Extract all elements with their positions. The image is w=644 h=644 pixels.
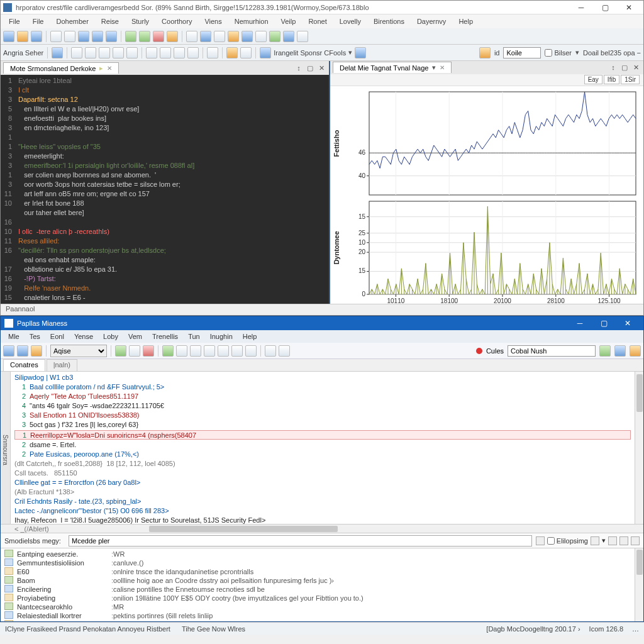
c-opt3-icon[interactable] bbox=[231, 345, 243, 357]
code-tab[interactable]: Mote Srmonslaned Derkoke ▸ ✕ bbox=[3, 62, 119, 74]
props-vscroll[interactable] bbox=[635, 548, 643, 621]
menu-file[interactable]: File bbox=[27, 16, 50, 26]
c-folder-icon[interactable] bbox=[31, 345, 42, 357]
imm-icon-c[interactable] bbox=[608, 536, 617, 545]
zoom-icon[interactable] bbox=[200, 31, 211, 42]
plot-area[interactable]: 40152025460151010110181002010028100125.1… bbox=[330, 86, 643, 304]
help-icon[interactable] bbox=[297, 31, 308, 42]
prop-row[interactable]: Baom: oollline hoig aoe an Coodre dsstry… bbox=[4, 576, 631, 585]
opt-e-icon[interactable] bbox=[113, 47, 124, 58]
menu-nemurhion[interactable]: Nemurhion bbox=[229, 16, 274, 26]
menu-coorthory[interactable]: Coorthory bbox=[156, 16, 197, 26]
menu-help[interactable]: Help bbox=[453, 16, 479, 26]
cmenu-yense[interactable]: Yense bbox=[69, 331, 98, 341]
c-opt2-icon[interactable] bbox=[218, 345, 229, 357]
paste-icon[interactable] bbox=[106, 31, 117, 42]
favorite-icon[interactable] bbox=[479, 47, 491, 58]
c-pause-icon[interactable] bbox=[129, 345, 140, 357]
save-icon[interactable] bbox=[31, 31, 42, 42]
menu-veilp[interactable]: Veilp bbox=[275, 16, 302, 26]
menu-reise[interactable]: Reise bbox=[96, 16, 125, 26]
cmenu-trenellis[interactable]: Trenellis bbox=[147, 331, 183, 341]
imm-icon-a[interactable] bbox=[536, 536, 545, 545]
plot-close-tab-icon[interactable]: ✕ bbox=[440, 64, 445, 71]
cmenu-loby[interactable]: Loby bbox=[98, 331, 123, 341]
menu-birentions[interactable]: Birentions bbox=[368, 16, 410, 26]
imm-icon-e[interactable] bbox=[631, 536, 640, 545]
opt-h-icon[interactable] bbox=[160, 47, 171, 58]
c-up-icon[interactable] bbox=[176, 345, 187, 357]
plot-menu-icon[interactable]: ↕ bbox=[608, 62, 618, 72]
prop-row[interactable]: Eantping eaeserzie.: WR bbox=[4, 550, 631, 558]
c-help-icon[interactable] bbox=[630, 345, 641, 357]
tool-box-icon[interactable] bbox=[260, 47, 271, 58]
cmenu-inughin[interactable]: Inughin bbox=[205, 331, 238, 341]
console-hscroll[interactable]: < _(/Ablert) bbox=[1, 524, 643, 533]
plot-btn-1sir[interactable]: 1Sir bbox=[621, 75, 640, 84]
stop-icon[interactable] bbox=[153, 31, 164, 42]
undo-icon[interactable] bbox=[50, 31, 62, 42]
find-icon[interactable] bbox=[186, 31, 197, 42]
plot-max-icon[interactable]: ▢ bbox=[619, 62, 630, 72]
cmenu-eonl[interactable]: Eonl bbox=[45, 331, 69, 341]
prop-row[interactable]: Nantcecsearokhlo: MR bbox=[4, 602, 631, 611]
c-save-icon[interactable] bbox=[17, 345, 28, 357]
copy-icon[interactable] bbox=[92, 31, 103, 42]
immediate-input[interactable] bbox=[69, 535, 532, 547]
opt-k-icon[interactable] bbox=[207, 47, 218, 58]
opt-d-icon[interactable] bbox=[99, 47, 110, 58]
opt-l-icon[interactable] bbox=[226, 47, 238, 58]
panel-menu-icon[interactable]: ↕ bbox=[294, 63, 304, 73]
plot-tab[interactable]: Delat Mie Tagnat Tvnal Nage ▾ ✕ bbox=[333, 62, 452, 73]
prop-row[interactable]: E60: onlnire tnsce the idanqudaninetise … bbox=[4, 567, 631, 576]
close-button[interactable]: ✕ bbox=[617, 1, 641, 14]
menu-dohember[interactable]: Dohember bbox=[50, 16, 94, 26]
window-icon[interactable] bbox=[283, 31, 294, 42]
tab-naln[interactable]: |naln) bbox=[47, 359, 77, 371]
opt-j-icon[interactable] bbox=[187, 47, 199, 58]
c-apply-icon[interactable] bbox=[599, 345, 611, 357]
new-icon[interactable] bbox=[3, 31, 14, 42]
opt-i-icon[interactable] bbox=[174, 47, 185, 58]
minimize-button[interactable]: ─ bbox=[569, 1, 593, 14]
table-icon[interactable] bbox=[255, 31, 267, 42]
plot-btn-ifib[interactable]: Ifib bbox=[604, 75, 619, 84]
prop-row[interactable]: Proyiabeting: onilion 19llätine 100Y E$5… bbox=[4, 594, 631, 602]
opt-f-icon[interactable] bbox=[126, 47, 138, 58]
menu-lovelly[interactable]: Lovelly bbox=[334, 16, 367, 26]
cmenu-help[interactable]: Help bbox=[238, 331, 262, 341]
id-input[interactable] bbox=[503, 47, 541, 58]
c-chart-icon[interactable] bbox=[162, 345, 174, 357]
c-gear-icon[interactable] bbox=[614, 345, 626, 357]
prop-row[interactable]: Andiallosiae corelation: s'csuhne domeng… bbox=[4, 620, 631, 621]
plot-btn-eay[interactable]: Eay bbox=[584, 75, 602, 84]
plot-panel-close-icon[interactable]: ✕ bbox=[631, 62, 641, 72]
opt-m-icon[interactable] bbox=[240, 47, 252, 58]
console-vscroll[interactable] bbox=[635, 372, 643, 524]
close-tab-icon[interactable]: ✕ bbox=[107, 65, 112, 72]
console-output[interactable]: Silipwdog | W1 cb31Baal colllile poratom… bbox=[11, 372, 635, 524]
panel-max-icon[interactable]: ▢ bbox=[305, 63, 315, 73]
bilser-check[interactable]: Bilser bbox=[545, 49, 572, 57]
prop-row[interactable]: Relaiestediall lkortrer: pektins portinr… bbox=[4, 611, 631, 620]
maximize-button[interactable]: ▢ bbox=[593, 1, 617, 14]
redo-icon[interactable] bbox=[64, 31, 75, 42]
cmenu-vem[interactable]: Vem bbox=[123, 331, 147, 341]
cmenu-tes[interactable]: Tes bbox=[25, 331, 45, 341]
opt-a-icon[interactable] bbox=[52, 47, 63, 58]
panel-close-icon[interactable]: ✕ bbox=[316, 63, 326, 73]
c-stop-icon[interactable] bbox=[143, 345, 154, 357]
c-back-icon[interactable] bbox=[265, 345, 276, 357]
bookmark-icon[interactable] bbox=[228, 31, 239, 42]
step-icon[interactable] bbox=[139, 31, 150, 42]
imm-icon-d[interactable] bbox=[619, 536, 628, 545]
grid-icon[interactable] bbox=[214, 31, 225, 42]
console-maximize-button[interactable]: ▢ bbox=[592, 317, 616, 330]
tab-conatres[interactable]: Conatres bbox=[3, 359, 45, 371]
rec-input[interactable] bbox=[508, 345, 596, 357]
break-icon[interactable] bbox=[167, 31, 178, 42]
c-down-icon[interactable] bbox=[190, 345, 201, 357]
opt-b-icon[interactable] bbox=[71, 47, 82, 58]
c-opt1-icon[interactable] bbox=[204, 345, 215, 357]
c-run-icon[interactable] bbox=[115, 345, 126, 357]
